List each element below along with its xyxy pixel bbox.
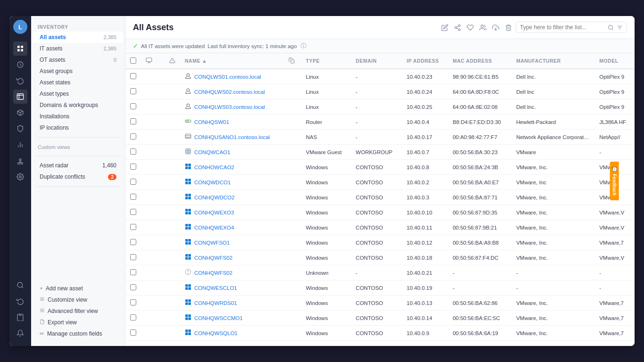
edit-icon-btn[interactable] <box>441 24 448 31</box>
asset-name-link[interactable]: CONHQWEXO3 <box>185 208 279 216</box>
sidebar-item-it-assets[interactable]: IT assets 2,385 <box>33 43 123 54</box>
row-manufacturer: Dell Inc. <box>512 99 594 115</box>
row-checkbox[interactable] <box>130 329 136 336</box>
row-copy-cell <box>284 69 301 84</box>
row-checkbox[interactable] <box>130 88 136 94</box>
sidebar-item-all-assets[interactable]: All assets 2,385 <box>33 32 123 43</box>
rail-icon-dashboard[interactable] <box>13 41 27 56</box>
asset-name-link[interactable]: CONQLWS01.contoso.local <box>185 73 279 81</box>
row-domain: CONTOSO <box>351 160 402 175</box>
select-all-checkbox[interactable] <box>130 58 136 64</box>
sidebar-item-ot-assets[interactable]: OT assets 0 <box>33 54 123 66</box>
rail-icon-gauge[interactable] <box>13 58 27 72</box>
rail-icon-alerts[interactable] <box>13 326 27 340</box>
svg-point-27 <box>458 29 460 31</box>
svg-rect-71 <box>185 227 188 230</box>
rail-icon-shield[interactable] <box>13 122 27 136</box>
rail-icon-sync[interactable] <box>13 74 27 88</box>
row-checkbox[interactable] <box>130 269 136 275</box>
row-domain: CONTOSO <box>351 296 402 311</box>
row-status-cell <box>141 220 165 235</box>
rail-icon-clipboard[interactable] <box>13 310 27 324</box>
export-icon <box>40 319 45 326</box>
asset-name-link[interactable]: CONQWFSO1 <box>185 239 279 247</box>
row-checkbox[interactable] <box>130 209 136 215</box>
asset-name-link[interactable]: CONHQWFS02 <box>185 269 279 277</box>
row-checkbox[interactable] <box>130 224 136 230</box>
asset-name-link[interactable]: CONHQSW01 <box>185 118 279 126</box>
asset-name-link[interactable]: CONHQWDCO2 <box>185 193 279 201</box>
assets-table: NAME ▲ TYPE DEMAIN IP ADDRESS MAC ADDRES… <box>125 53 635 341</box>
row-checkbox[interactable] <box>130 299 136 305</box>
asset-name-link[interactable]: CONHQWEXO4 <box>185 223 279 231</box>
rail-icon-inventory[interactable] <box>13 90 27 104</box>
row-checkbox[interactable] <box>130 284 136 290</box>
sidebar-item-installations[interactable]: Installations <box>33 111 123 122</box>
favorite-icon-btn[interactable] <box>467 24 474 31</box>
row-model: OptiPlex 9 <box>594 69 635 84</box>
rail-icon-cube[interactable] <box>13 106 27 120</box>
custom-views-label: Custom views <box>31 141 125 152</box>
asset-name-link[interactable]: CONHQUSANO1.contoso.local <box>185 133 279 141</box>
sidebar-action-export[interactable]: Export view <box>33 317 123 328</box>
sync-info-icon[interactable]: ⓘ <box>301 42 306 50</box>
user-icon-btn[interactable] <box>479 24 487 31</box>
sidebar-item-ip-locations[interactable]: IP locations <box>33 122 123 133</box>
sidebar-action-advanced-filter[interactable]: Advanced filter view <box>33 305 123 317</box>
os-icon <box>185 193 191 201</box>
search-box[interactable] <box>516 22 627 33</box>
asset-name-link[interactable]: CONHOWCAO2 <box>185 163 279 171</box>
rail-icon-chart[interactable] <box>13 138 27 152</box>
asset-name-link[interactable]: CONHQWSCCMO1 <box>185 314 279 322</box>
row-checkbox[interactable] <box>130 194 136 200</box>
th-name[interactable]: NAME ▲ <box>180 53 284 69</box>
user-avatar[interactable]: L <box>13 20 27 34</box>
sidebar-item-asset-states[interactable]: Asset states <box>33 77 123 88</box>
svg-line-28 <box>456 28 458 29</box>
row-checkbox[interactable] <box>130 118 136 124</box>
row-checkbox[interactable] <box>130 254 136 260</box>
rail-icon-settings[interactable] <box>13 170 27 184</box>
sidebar-action-custom-fields[interactable]: ✏ Manage custom fields <box>33 328 123 339</box>
search-input[interactable] <box>520 24 605 31</box>
row-checkbox[interactable] <box>130 148 136 155</box>
row-checkbox[interactable] <box>130 103 136 109</box>
asset-name-link[interactable]: CONHQWSQLO1 <box>185 329 279 337</box>
asset-name-link[interactable]: CONHQWRDS01 <box>185 299 279 307</box>
row-checkbox[interactable] <box>130 239 136 245</box>
row-checkbox[interactable] <box>130 73 136 79</box>
row-name-cell: CONHQWRDS01 <box>180 296 284 311</box>
asset-name-link[interactable]: CONHQWFS02 <box>185 254 279 262</box>
rail-icon-group[interactable] <box>13 154 27 168</box>
filter-icon <box>40 308 45 314</box>
row-status-cell <box>141 130 165 145</box>
sidebar-action-add-asset[interactable]: + Add new asset <box>33 283 123 294</box>
asset-name-link[interactable]: CONQWESCLO1 <box>185 284 279 292</box>
download-icon-btn[interactable] <box>492 24 499 31</box>
svg-rect-63 <box>185 197 188 199</box>
sidebar-item-asset-types[interactable]: Asset types <box>33 88 123 99</box>
asset-name-link[interactable]: CONQWDCO1 <box>185 178 279 186</box>
asset-name-link[interactable]: CONHQLWS03.contoso.local <box>185 103 279 111</box>
row-checkbox[interactable] <box>130 133 136 140</box>
rail-icon-refresh[interactable] <box>13 294 27 308</box>
row-name-cell: CONHQWFS02 <box>180 265 284 280</box>
sidebar-action-customize[interactable]: Customize view <box>33 294 123 305</box>
asset-name-link[interactable]: CONQWCAO1 <box>185 148 279 156</box>
sidebar-item-duplicate-conflicts[interactable]: Duplicate conflicts 2 <box>33 171 123 182</box>
delete-icon-btn[interactable] <box>505 24 512 31</box>
row-checkbox[interactable] <box>130 314 136 321</box>
row-ip: 10.40.0.9 <box>402 326 448 341</box>
svg-point-12 <box>21 163 23 165</box>
row-checkbox[interactable] <box>130 164 136 170</box>
feedback-tab[interactable]: 💬 Feedback <box>610 162 619 200</box>
asset-name-link[interactable]: CONHQLWS02.contoso.local <box>185 88 279 96</box>
sidebar-item-domains[interactable]: Domains & workgroups <box>33 99 123 111</box>
sidebar-item-asset-groups[interactable]: Asset groups <box>33 66 123 77</box>
rail-icon-search[interactable] <box>13 278 27 292</box>
row-alert-cell <box>165 190 180 205</box>
row-checkbox[interactable] <box>130 179 136 185</box>
share-icon-btn[interactable] <box>454 24 461 31</box>
row-checkbox-cell <box>125 205 141 220</box>
sidebar-item-asset-radar[interactable]: Asset radar 1,460 <box>33 160 123 171</box>
